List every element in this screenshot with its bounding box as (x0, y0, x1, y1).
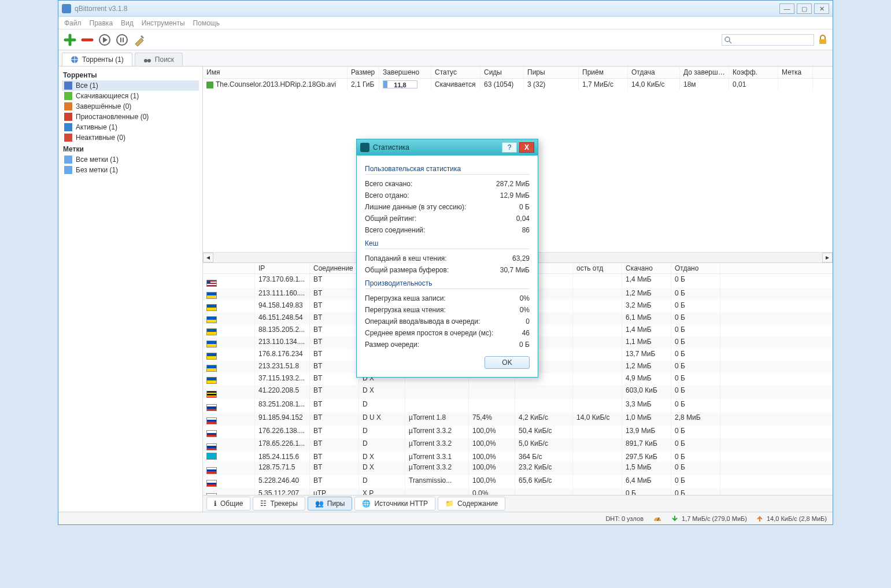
col-peers[interactable]: Пиры (524, 66, 579, 78)
sidebar-item[interactable]: Скачивающиеся (1) (62, 91, 199, 101)
folder-icon (64, 166, 72, 174)
peer-row[interactable]: 176.226.138....BTDµTorrent 3.3.2100,0%50… (203, 426, 833, 439)
pause-button[interactable] (115, 33, 129, 47)
lock-icon[interactable] (818, 35, 828, 45)
peer-row[interactable]: 128.75.71.5BTD XµTorrent 3.3.2100,0%23,2… (203, 462, 833, 475)
sidebar-item[interactable]: Завершённые (0) (62, 101, 199, 112)
col-label[interactable]: Метка (778, 66, 813, 78)
peer-row[interactable]: 5.228.246.40BTDTransmissio...100,0%65,6 … (203, 475, 833, 489)
app-icon (360, 143, 369, 152)
settings-button[interactable] (132, 33, 146, 47)
torrent-header: Имя Размер Завершено Статус Сиды Пиры Пр… (203, 66, 833, 79)
btab-peers[interactable]: 👥Пиры (308, 497, 353, 511)
flag-icon (206, 467, 217, 474)
flag-icon (206, 453, 217, 460)
btab-general[interactable]: ℹОбщие (206, 497, 250, 511)
stat-row: Общий размера буферов:30,7 МиБ (365, 264, 530, 276)
statusbar: DHT: 0 узлов 1,7 МиБ/с (279,0 МиБ) 14,0 … (58, 512, 833, 524)
stat-row: Операций ввода/вывода в очереди:0 (365, 316, 530, 327)
peer-row[interactable]: 185.24.115.6BTD XµTorrent 3.3.1100,0%364… (203, 452, 833, 462)
peer-row[interactable]: 178.65.226.1...BTDµTorrent 3.3.2100,0%5,… (203, 438, 833, 452)
close-button[interactable]: ✕ (814, 3, 829, 14)
flag-icon (206, 341, 217, 347)
peer-row[interactable]: 91.185.94.152BTD U XµTorrent 1.875,4%4,2… (203, 412, 833, 426)
flag-icon (206, 417, 217, 424)
status-up[interactable]: 14,0 КиБ/с (2,8 МиБ) (756, 515, 827, 522)
col-seeds[interactable]: Сиды (480, 66, 524, 78)
torrent-row[interactable]: The.Counselor.2013.HDRip.2.18Gb.avi 2,1 … (203, 79, 833, 90)
btab-trackers[interactable]: ☷Трекеры (253, 497, 305, 511)
menu-tools[interactable]: Инструменты (142, 19, 185, 27)
dialog-close-button[interactable]: X (519, 142, 534, 153)
col-size[interactable]: Размер (347, 66, 379, 78)
status-icon (64, 113, 72, 121)
stat-row: Попаданий в кеш чтения:63,29 (365, 253, 530, 264)
status-down[interactable]: 1,7 МиБ/с (279,0 МиБ) (671, 515, 747, 522)
stat-row: Среднее время простоя в очереди (мс):46 (365, 327, 530, 339)
folder-icon: 📁 (445, 500, 454, 508)
sidebar-label-item[interactable]: Все метки (1) (62, 154, 199, 165)
download-icon (206, 82, 213, 88)
menubar: Файл Правка Вид Инструменты Помощь (58, 17, 833, 29)
progress-bar: 11,8 (383, 80, 417, 88)
pcol-ip[interactable]: IP (255, 263, 310, 273)
sidebar-item[interactable]: Активные (1) (62, 122, 199, 132)
svg-point-6 (147, 59, 151, 62)
remove-button[interactable] (80, 33, 94, 47)
resume-button[interactable] (98, 33, 112, 47)
sidebar-item[interactable]: Все (1) (62, 80, 199, 91)
pcol-conn[interactable]: Соединение (310, 263, 359, 273)
col-done[interactable]: Завершено (379, 66, 431, 78)
minimize-button[interactable]: — (779, 3, 794, 14)
sidebar-item[interactable]: Приостановленные (0) (62, 112, 199, 122)
dialog-help-button[interactable]: ? (502, 142, 517, 153)
flag-icon (206, 430, 217, 437)
stat-row: Всего скачано:287,2 МиБ (365, 178, 530, 190)
statistics-dialog: Статистика ? X Пользовательская статисти… (356, 139, 538, 378)
status-speed-icon[interactable] (653, 515, 662, 522)
menu-view[interactable]: Вид (121, 19, 134, 27)
dialog-titlebar: Статистика ? X (357, 139, 538, 156)
maximize-button[interactable]: ▢ (797, 3, 812, 14)
titlebar: qBittorrent v3.1.8 — ▢ ✕ (58, 1, 833, 17)
stat-row: Перегрузка кеша записи:0% (365, 293, 530, 304)
main-tabs: Торренты (1) Поиск (58, 50, 833, 66)
peer-row[interactable]: 83.251.208.1...BTD3,3 МиБ0 Б (203, 399, 833, 412)
app-icon (62, 4, 71, 13)
pcol-up[interactable]: ость отд (573, 263, 622, 273)
add-button[interactable] (63, 33, 77, 47)
status-dht[interactable]: DHT: 0 узлов (605, 515, 644, 522)
peer-row[interactable]: 41.220.208.5BTD X603,0 КиБ0 Б (203, 385, 833, 399)
dialog-ok-button[interactable]: OK (485, 356, 530, 369)
menu-file[interactable]: Файл (64, 19, 82, 27)
sidebar-item[interactable]: Неактивные (0) (62, 132, 199, 143)
flag-icon (206, 304, 217, 311)
flag-icon (206, 404, 217, 411)
col-send[interactable]: Отдача (628, 66, 680, 78)
btab-http[interactable]: 🌐Источники HTTP (354, 497, 435, 511)
dlg-section-cache: Кеш (365, 239, 530, 249)
pcol-dl[interactable]: Скачано (622, 263, 671, 273)
stat-row: Лишние данные (в эту сессию):0 Б (365, 201, 530, 213)
pcol-ul[interactable]: Отдано (671, 263, 720, 273)
col-status[interactable]: Статус (431, 66, 480, 78)
sidebar: Торренты Все (1)Скачивающиеся (1)Завершё… (58, 66, 203, 512)
pcol-flag[interactable] (203, 263, 255, 273)
col-ratio[interactable]: Коэфф. (729, 66, 778, 78)
col-name[interactable]: Имя (203, 66, 347, 78)
col-recv[interactable]: Приём (579, 66, 628, 78)
sidebar-label-item[interactable]: Без метки (1) (62, 165, 199, 175)
dlg-section-perf: Производительность (365, 279, 530, 289)
peer-row[interactable]: 5.35.112.207uTPX P0,0%0 Б0 Б (203, 488, 833, 495)
tab-search[interactable]: Поиск (135, 53, 183, 66)
menu-edit[interactable]: Правка (90, 19, 113, 27)
svg-point-2 (725, 37, 730, 42)
search-input[interactable] (722, 34, 814, 46)
btab-content[interactable]: 📁Содержание (438, 497, 505, 511)
tab-torrents[interactable]: Торренты (1) (62, 53, 132, 66)
http-icon: 🌐 (362, 500, 371, 508)
status-icon (64, 102, 72, 110)
menu-help[interactable]: Помощь (193, 19, 220, 27)
dialog-title: Статистика (373, 143, 500, 151)
col-eta[interactable]: До завершен (680, 66, 729, 78)
